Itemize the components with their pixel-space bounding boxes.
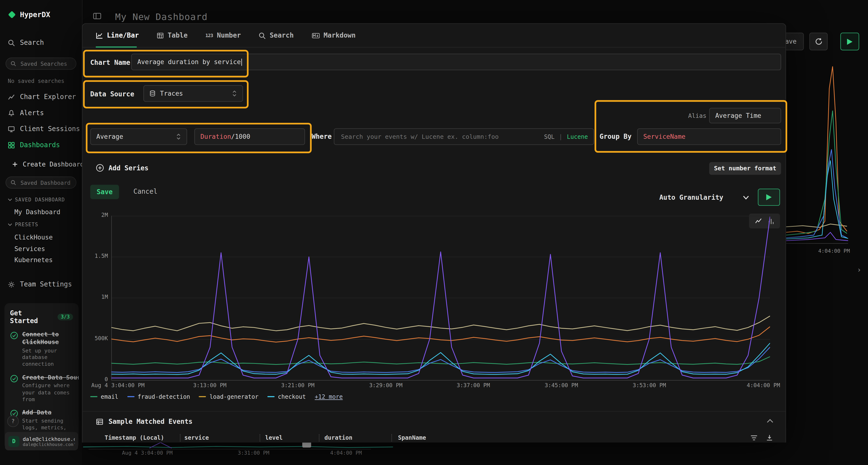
column-header-timestamp[interactable]: Timestamp (Local) <box>105 434 164 441</box>
run-query-button[interactable] <box>758 189 780 206</box>
where-search-input[interactable] <box>340 133 539 141</box>
sidebar-item-my-dashboard[interactable]: My Dashboard <box>14 208 61 215</box>
get-started-item[interactable]: Connect to ClickHouse Set up your databa… <box>10 331 73 368</box>
cancel-button[interactable]: Cancel <box>133 188 157 195</box>
background-x-tick: 4:04:00 PM <box>330 450 362 456</box>
legend-more-link[interactable]: +12 more <box>315 393 343 400</box>
sample-events-title: Sample Matched Events <box>108 418 192 425</box>
get-started-item[interactable]: Create Data Sour Configure where your da… <box>10 374 73 403</box>
text-cursor <box>241 58 242 66</box>
get-started-title: Get Started <box>10 309 54 325</box>
add-series-button[interactable]: Add Series <box>96 164 149 172</box>
legend-item[interactable]: checkout <box>268 393 306 400</box>
avatar: D <box>8 436 19 447</box>
download-icon[interactable] <box>766 434 773 441</box>
legend-swatch <box>127 396 134 397</box>
sidebar-item-kubernetes[interactable]: Kubernetes <box>14 256 53 264</box>
granularity-select[interactable]: Auto Granularity <box>659 190 749 205</box>
help-button[interactable]: ? <box>7 416 19 427</box>
saved-dashboards-search[interactable] <box>5 176 76 189</box>
filter-icon[interactable] <box>750 434 758 441</box>
y-tick-label: 2M <box>86 212 108 218</box>
saved-dashboards-section-header[interactable]: SAVED DASHBOARD <box>8 197 65 202</box>
sidebar-item-alerts[interactable]: Alerts <box>8 109 44 117</box>
save-button[interactable]: Save <box>90 185 119 199</box>
tab-table[interactable]: Table <box>156 32 188 39</box>
chart-name-value: Average duration by service <box>137 58 241 66</box>
number-123-icon: 123 <box>206 33 213 38</box>
field-expression-input[interactable]: Duration/1000 <box>194 128 305 145</box>
sample-events-header[interactable]: Sample Matched Events <box>96 418 192 425</box>
language-separator: | <box>559 133 562 140</box>
legend-item[interactable]: email <box>90 393 118 400</box>
x-tick-label: Aug 4 3:04:00 PM <box>91 383 145 388</box>
scroll-right-arrow[interactable]: › <box>857 266 861 274</box>
aggregation-select[interactable]: Average <box>90 128 187 145</box>
x-tick-label: 4:04:00 PM <box>747 383 780 388</box>
sidebar-item-dashboards[interactable]: Dashboards <box>8 141 60 148</box>
markdown-icon <box>311 32 320 39</box>
chevrons-up-down-icon <box>232 90 237 97</box>
data-source-select[interactable]: Traces <box>144 85 243 102</box>
presets-section-header[interactable]: PRESETS <box>8 222 38 227</box>
chart-legend: email fraud-detection load-generator che… <box>90 393 343 400</box>
group-by-input[interactable]: ServiceName <box>637 128 781 145</box>
column-separator[interactable] <box>319 434 319 441</box>
tab-search[interactable]: Search <box>259 32 294 39</box>
column-header-duration[interactable]: duration <box>324 434 352 441</box>
alias-input[interactable]: Average Time <box>709 108 781 123</box>
app-root: HyperDX Search No saved searches Chart E… <box>0 0 868 465</box>
sidebar-item-team-settings[interactable]: Team Settings <box>8 280 72 288</box>
data-source-label: Data Source <box>90 90 134 98</box>
add-series-label: Add Series <box>108 164 149 172</box>
play-icon <box>766 194 772 200</box>
sidebar-item-search[interactable]: Search <box>8 39 44 46</box>
y-tick-label: 0 <box>86 376 108 382</box>
sidebar-item-label: Alerts <box>20 109 44 117</box>
chart-plot[interactable] <box>111 215 770 380</box>
line-chart-icon <box>96 32 103 39</box>
chart-name-input[interactable]: Average duration by service <box>131 54 781 70</box>
saved-searches-search[interactable] <box>5 58 76 70</box>
tab-number[interactable]: 123 Number <box>206 32 241 39</box>
column-header-level[interactable]: level <box>265 434 283 441</box>
where-search-box[interactable]: SQL | Lucene <box>334 128 594 145</box>
create-dashboard-button[interactable]: Create Dashboard <box>12 161 84 168</box>
background-x-tick: 4:04:00 PM <box>818 248 850 254</box>
column-separator[interactable] <box>391 434 392 441</box>
sidebar-collapse-button[interactable] <box>93 12 101 20</box>
data-source-value: Traces <box>160 90 183 97</box>
column-separator[interactable] <box>180 434 180 441</box>
sidebar-item-clickhouse[interactable]: ClickHouse <box>14 233 53 241</box>
refresh-icon <box>815 38 823 45</box>
saved-searches-input[interactable] <box>19 60 71 67</box>
chevron-down-icon <box>8 223 12 226</box>
search-icon <box>10 180 16 185</box>
user-menu[interactable]: D dale@clickhouse.c dale@clickhouse.com'… <box>5 432 78 450</box>
chart-name-label: Chart Name <box>90 59 130 66</box>
legend-item[interactable]: fraud-detection <box>127 393 190 400</box>
column-header-spanname[interactable]: SpanName <box>398 434 426 441</box>
dashboard-run-button[interactable] <box>840 33 859 50</box>
table-list-icon <box>96 418 103 425</box>
tab-label: Search <box>270 32 294 39</box>
sidebar-item-chart-explorer[interactable]: Chart Explorer <box>8 93 76 101</box>
set-number-format-button[interactable]: Set number format <box>709 162 781 175</box>
sidebar-item-services[interactable]: Services <box>14 245 45 253</box>
sidebar-item-label: Team Settings <box>20 280 72 288</box>
collapse-chevron-up-icon[interactable] <box>767 419 774 423</box>
refresh-button[interactable] <box>809 33 828 50</box>
database-icon <box>150 90 156 97</box>
column-header-service[interactable]: service <box>184 434 209 441</box>
language-sql-toggle[interactable]: SQL <box>544 133 555 140</box>
column-separator[interactable] <box>260 434 260 441</box>
tab-label: Line/Bar <box>107 32 139 39</box>
sidebar-item-client-sessions[interactable]: Client Sessions <box>8 125 80 133</box>
saved-dashboards-input[interactable] <box>19 179 71 186</box>
tab-markdown[interactable]: Markdown <box>311 32 355 39</box>
tab-line-bar[interactable]: Line/Bar <box>96 32 139 39</box>
brand[interactable]: HyperDX <box>8 10 50 19</box>
field-expression-column: Duration <box>200 133 231 140</box>
legend-item[interactable]: load-generator <box>199 393 258 400</box>
language-lucene-toggle[interactable]: Lucene <box>567 133 588 140</box>
